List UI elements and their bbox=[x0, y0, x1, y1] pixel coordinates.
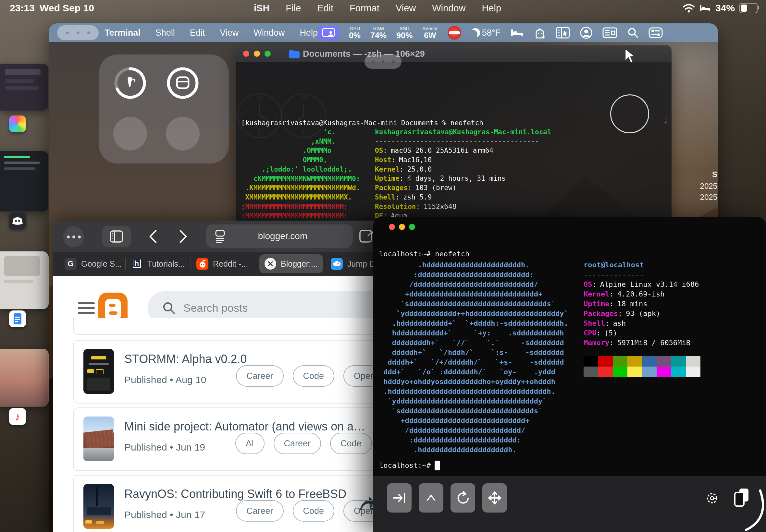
discord-app-icon[interactable] bbox=[9, 212, 26, 229]
post-card-partial[interactable] bbox=[73, 318, 381, 335]
minimize-button[interactable] bbox=[399, 224, 405, 230]
post-title[interactable]: Mini side project: Automator (and views … bbox=[124, 420, 365, 433]
neofetch-apple-art-yellow: .KMMMMMMMMMMMMMMMMMMMMMMMWd. XMMMMMMMMMM… bbox=[241, 183, 360, 202]
neofetch-user: kushagrasrivastava@Kushagras-Mac-mini.lo… bbox=[375, 127, 552, 137]
menu-file[interactable]: File bbox=[286, 3, 301, 14]
text-cursor bbox=[435, 461, 440, 470]
hamburger-menu[interactable] bbox=[78, 302, 95, 314]
post-card[interactable]: STORMM: Alpha v0.2.0 Published • Aug 10 … bbox=[73, 340, 381, 404]
tab-tutorials[interactable]: h Tutorials... bbox=[131, 254, 185, 273]
account-icon[interactable] bbox=[580, 26, 593, 39]
palette-swatch bbox=[584, 356, 598, 367]
palette-swatch bbox=[627, 356, 642, 367]
tab-key-button[interactable] bbox=[387, 483, 412, 513]
sidebar-button[interactable] bbox=[102, 226, 131, 247]
control-key-button[interactable] bbox=[419, 483, 444, 513]
forward-button[interactable] bbox=[170, 226, 196, 247]
escape-key-button[interactable] bbox=[451, 483, 475, 513]
battery-widget-slot bbox=[166, 117, 200, 151]
search-icon[interactable] bbox=[627, 27, 639, 39]
reader-icon[interactable] bbox=[214, 230, 225, 243]
control-center-icon[interactable] bbox=[649, 27, 663, 38]
tag-chip[interactable]: Career bbox=[273, 433, 321, 454]
ollama-icon[interactable] bbox=[534, 26, 546, 39]
post-title[interactable]: STORMM: Alpha v0.2.0 bbox=[124, 352, 247, 366]
menu-window[interactable]: Window bbox=[432, 3, 466, 14]
recent-app-thumbnail[interactable] bbox=[0, 151, 49, 212]
sleep-focus-icon bbox=[699, 4, 711, 12]
post-card[interactable]: RavynOS: Contributing Swift 6 to FreeBSD… bbox=[73, 475, 381, 532]
menu-help[interactable]: Help bbox=[482, 3, 501, 14]
zoom-button[interactable] bbox=[264, 51, 271, 57]
weather-item[interactable]: 58°F bbox=[471, 28, 501, 38]
calendar-day-letter: S bbox=[700, 170, 717, 179]
terminal-titlebar[interactable]: Documents — -zsh — 106×29 bbox=[236, 45, 672, 62]
palette-swatch bbox=[613, 356, 627, 367]
menu-ish[interactable]: iSH bbox=[254, 3, 269, 14]
stat-sensor[interactable]: Sensor6W bbox=[422, 26, 438, 40]
menu-edit[interactable]: Edit bbox=[317, 3, 333, 14]
mac-menu-help[interactable]: Help bbox=[299, 28, 318, 38]
google-favicon: G bbox=[65, 258, 77, 270]
close-button[interactable] bbox=[243, 51, 249, 57]
recent-app-thumbnail[interactable] bbox=[0, 349, 49, 406]
neofetch-uptime: Uptime4 days, 2 hours, 31 mins bbox=[375, 174, 552, 183]
palette-swatch bbox=[671, 356, 686, 367]
palette-swatch bbox=[642, 356, 657, 367]
battery-widget[interactable] bbox=[99, 54, 229, 163]
url-text[interactable]: blogger.com bbox=[225, 231, 340, 241]
recent-app-thumbnail[interactable] bbox=[0, 64, 49, 111]
menu-format[interactable]: Format bbox=[349, 3, 379, 14]
post-card[interactable]: Mini side project: Automator (and views … bbox=[73, 407, 381, 471]
mac-menu-terminal[interactable]: Terminal bbox=[104, 28, 140, 38]
settings-gear-icon[interactable] bbox=[704, 490, 721, 507]
mac-menu-bar: Terminal Shell Edit View Window Help GPU… bbox=[49, 23, 718, 42]
mac-menu-edit[interactable]: Edit bbox=[190, 28, 205, 38]
mac-menu-view[interactable]: View bbox=[220, 28, 238, 38]
post-title[interactable]: RavynOS: Contributing Swift 6 to FreeBSD bbox=[124, 487, 346, 501]
tag-chip[interactable]: Code bbox=[293, 365, 334, 387]
tag-chip[interactable]: AI bbox=[235, 433, 264, 454]
recent-app-thumbnail[interactable] bbox=[0, 251, 49, 309]
stat-gpu[interactable]: GPU0% bbox=[349, 26, 360, 40]
terminal-window[interactable]: Documents — -zsh — 106×29 [kushagrasriva… bbox=[236, 45, 672, 244]
menu-view[interactable]: View bbox=[396, 3, 416, 14]
tag-chip[interactable]: Code bbox=[330, 433, 372, 454]
ish-prompt-line: localhost:~# neofetch bbox=[379, 249, 469, 259]
tag-chip[interactable]: Career bbox=[236, 500, 284, 522]
music-app-icon[interactable]: ♪ bbox=[9, 408, 26, 425]
minimize-button[interactable] bbox=[254, 51, 260, 57]
address-bar[interactable]: blogger.com bbox=[206, 224, 353, 248]
mac-menu-window[interactable]: Window bbox=[253, 28, 285, 38]
colorful-app-icon[interactable] bbox=[9, 115, 26, 132]
screen-sharing-icon[interactable] bbox=[318, 26, 339, 40]
input-source-icon[interactable] bbox=[602, 27, 617, 38]
ish-window[interactable]: localhost:~# neofetch .hdddddddddddddddd… bbox=[373, 217, 766, 532]
back-button[interactable] bbox=[140, 226, 166, 247]
panel-cursor-icon[interactable] bbox=[556, 27, 570, 39]
ish-prompt[interactable]: localhost:~# bbox=[379, 461, 440, 470]
new-tab-icon[interactable] bbox=[358, 228, 375, 245]
wifi-icon bbox=[683, 4, 695, 13]
terminal-color-palette bbox=[584, 356, 700, 377]
stat-ram[interactable]: RAM74% bbox=[370, 26, 387, 40]
red-app-icon[interactable] bbox=[448, 26, 461, 40]
tag-chip[interactable]: Career bbox=[236, 365, 284, 387]
tab-blogger-active[interactable]: Blogger:... bbox=[259, 254, 323, 273]
zoom-button[interactable] bbox=[409, 224, 415, 230]
mac-menu-shell[interactable]: Shell bbox=[155, 28, 175, 38]
window-menu-pill[interactable] bbox=[364, 54, 402, 69]
tab-google[interactable]: G Google S... bbox=[65, 254, 122, 273]
sleep-focus-icon[interactable] bbox=[510, 28, 524, 38]
more-button[interactable] bbox=[63, 226, 84, 247]
ish-divider: -------------- bbox=[584, 270, 699, 280]
window-controls-pill[interactable] bbox=[57, 25, 99, 40]
ring-widget[interactable] bbox=[610, 94, 649, 133]
tab-reddit[interactable]: Reddit -... bbox=[196, 254, 248, 273]
close-button[interactable] bbox=[389, 224, 395, 230]
arrow-keys-button[interactable] bbox=[482, 483, 507, 513]
docs-app-icon[interactable] bbox=[9, 310, 26, 327]
tab-label: Google S... bbox=[81, 259, 122, 269]
stat-ssd[interactable]: SSD90% bbox=[396, 26, 413, 40]
tag-chip[interactable]: Code bbox=[293, 500, 334, 522]
